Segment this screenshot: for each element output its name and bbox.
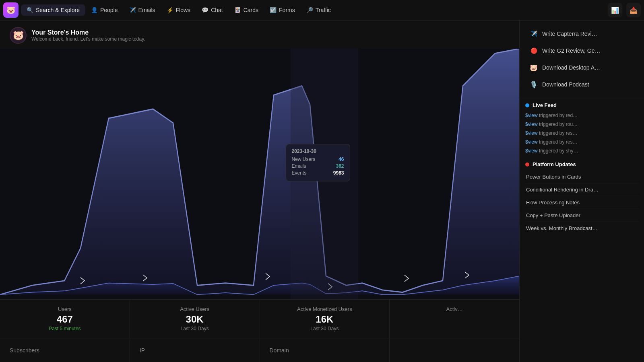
nav-item-forms[interactable]: ☑️ Forms	[264, 4, 301, 16]
analytics-button[interactable]: 📊	[608, 3, 622, 17]
platform-update-1[interactable]: Conditional Rendering in Dra…	[525, 183, 638, 196]
nav-item-cards[interactable]: 🃏 Cards	[229, 4, 264, 16]
stat-value-users: 467	[10, 314, 120, 325]
sidebar-action-capterra[interactable]: ✈️ Write Capterra Revi…	[524, 25, 639, 42]
nav-label-emails: Emails	[138, 7, 155, 13]
store-header: 🐷 Your Store's Home Welcome back, friend…	[0, 21, 519, 49]
nav-label-traffic: Traffic	[316, 7, 331, 13]
stat-sub-active-users: Last 30 Days	[140, 326, 250, 331]
live-feed-keyword-1: $view	[525, 121, 538, 127]
nav-item-search[interactable]: 🔍 Search & Explore	[21, 4, 85, 16]
live-feed-rest-1: triggered by rou…	[539, 121, 578, 127]
bottom-label-subscribers: Subscribers	[10, 347, 39, 354]
traffic-nav-icon: 🔎	[306, 7, 313, 13]
forms-nav-icon: ☑️	[270, 7, 277, 13]
live-feed-keyword-0: $view	[525, 113, 538, 118]
nav-items: 🔍 Search & Explore 👤 People ✈️ Emails ⚡ …	[21, 4, 608, 16]
live-feed-item-1: $view triggered by rou…	[525, 120, 638, 128]
live-feed-keyword-4: $view	[525, 148, 538, 154]
svg-marker-4	[405, 275, 409, 282]
stat-sub-monetized-users: Last 30 Days	[270, 326, 380, 331]
stats-row: Users 467 Past 5 minutes Active Users 30…	[0, 299, 519, 338]
platform-updates-label: Platform Updates	[533, 161, 576, 167]
sidebar-quick-actions: ✈️ Write Capterra Revi… 🔴 Write G2 Revie…	[520, 21, 644, 98]
stat-card-users: Users 467 Past 5 minutes	[0, 300, 130, 338]
sidebar-action-g2[interactable]: 🔴 Write G2 Review, Ge…	[524, 42, 639, 59]
g2-icon: 🔴	[529, 46, 538, 55]
bottom-card-4	[390, 338, 519, 362]
bottom-label-domain: Domain	[270, 347, 289, 354]
live-feed-keyword-2: $view	[525, 130, 538, 136]
bottom-card-ip: IP	[130, 338, 260, 362]
stat-label-activ: Activ…	[399, 306, 510, 312]
nav-label-search: Search & Explore	[36, 7, 80, 13]
chat-nav-icon: 💬	[202, 7, 208, 13]
nav-label-forms: Forms	[279, 7, 295, 13]
sidebar-action-desktop[interactable]: 🐷 Download Desktop A…	[524, 59, 639, 76]
store-name: Your Store's Home	[31, 29, 145, 36]
live-feed-item-3: $view triggered by res…	[525, 138, 638, 146]
topnav: 🐷 🔍 Search & Explore 👤 People ✈️ Emails …	[0, 0, 644, 21]
chart-area-fill	[0, 49, 519, 294]
nav-item-flows[interactable]: ⚡ Flows	[161, 4, 196, 16]
desktop-label: Download Desktop A…	[542, 64, 600, 71]
live-feed-item-4: $view triggered by shy…	[525, 147, 638, 155]
stat-sub-users: Past 5 minutes	[10, 326, 120, 331]
nav-item-chat[interactable]: 💬 Chat	[196, 4, 229, 16]
stat-label-users: Users	[10, 306, 120, 312]
live-feed-dot	[525, 103, 529, 107]
bottom-row: Subscribers IP Domain	[0, 338, 519, 362]
store-info: Your Store's Home Welcome back, friend. …	[31, 29, 145, 42]
stat-card-active-users: Active Users 30K Last 30 Days	[130, 300, 260, 338]
platform-updates-section: Platform Updates Power Buttons in Cards …	[520, 157, 644, 237]
g2-label: Write G2 Review, Ge…	[542, 47, 600, 54]
live-feed-section: Live Feed $view triggered by red… $view …	[520, 98, 644, 157]
store-subtitle: Welcome back, friend. Let's make some ma…	[31, 36, 145, 42]
nav-item-people[interactable]: 👤 People	[85, 4, 124, 16]
live-feed-label: Live Feed	[533, 102, 557, 108]
main-layout: 🐷 Your Store's Home Welcome back, friend…	[0, 21, 644, 362]
podcast-icon: 🎙️	[529, 80, 538, 89]
chart-container: 2023-10-30 New Users 46 Emails 362 Event…	[0, 49, 519, 299]
live-feed-items: $view triggered by red… $view triggered …	[525, 111, 638, 155]
desktop-icon: 🐷	[529, 63, 538, 72]
platform-updates-dot	[525, 162, 529, 167]
chart-svg	[0, 49, 519, 299]
bottom-card-domain: Domain	[260, 338, 390, 362]
live-feed-item-0: $view triggered by red…	[525, 111, 638, 119]
bottom-label-ip: IP	[140, 347, 145, 354]
live-feed-title: Live Feed	[525, 102, 638, 108]
bottom-card-subscribers: Subscribers	[0, 338, 130, 362]
nav-label-cards: Cards	[244, 7, 258, 13]
live-feed-rest-2: triggered by res…	[539, 130, 577, 136]
app-logo[interactable]: 🐷	[3, 2, 19, 18]
flows-nav-icon: ⚡	[167, 7, 173, 13]
cards-nav-icon: 🃏	[234, 7, 241, 13]
download-button[interactable]: 📥	[626, 3, 641, 17]
platform-update-0[interactable]: Power Buttons in Cards	[525, 171, 638, 183]
nav-label-people: People	[100, 7, 118, 13]
nav-label-chat: Chat	[211, 7, 223, 13]
platform-updates-title: Platform Updates	[525, 161, 638, 167]
nav-right: 📊 📥	[608, 3, 641, 17]
right-sidebar: ✈️ Write Capterra Revi… 🔴 Write G2 Revie…	[519, 21, 644, 362]
podcast-label: Download Podcast	[542, 81, 589, 88]
live-feed-rest-4: triggered by shy…	[539, 148, 578, 154]
live-feed-item-2: $view triggered by res…	[525, 129, 638, 137]
platform-update-4[interactable]: Week vs. Monthly Broadcast…	[525, 222, 638, 234]
people-nav-icon: 👤	[91, 7, 98, 13]
emails-nav-icon: ✈️	[129, 7, 136, 13]
center-content: 🐷 Your Store's Home Welcome back, friend…	[0, 21, 519, 362]
stat-card-activ: Activ…	[390, 300, 519, 338]
platform-update-3[interactable]: Copy + Paste Uploader	[525, 209, 638, 222]
stat-label-monetized-users: Active Monetized Users	[270, 306, 380, 312]
platform-update-2[interactable]: Flow Processing Notes	[525, 196, 638, 209]
sidebar-action-podcast[interactable]: 🎙️ Download Podcast	[524, 76, 639, 93]
nav-item-emails[interactable]: ✈️ Emails	[124, 4, 161, 16]
nav-item-traffic[interactable]: 🔎 Traffic	[301, 4, 336, 16]
nav-label-flows: Flows	[176, 7, 191, 13]
stat-value-monetized-users: 16K	[270, 314, 380, 325]
live-feed-rest-3: triggered by res…	[539, 139, 577, 145]
stat-value-active-users: 30K	[140, 314, 250, 325]
platform-updates-items: Power Buttons in Cards Conditional Rende…	[525, 171, 638, 234]
